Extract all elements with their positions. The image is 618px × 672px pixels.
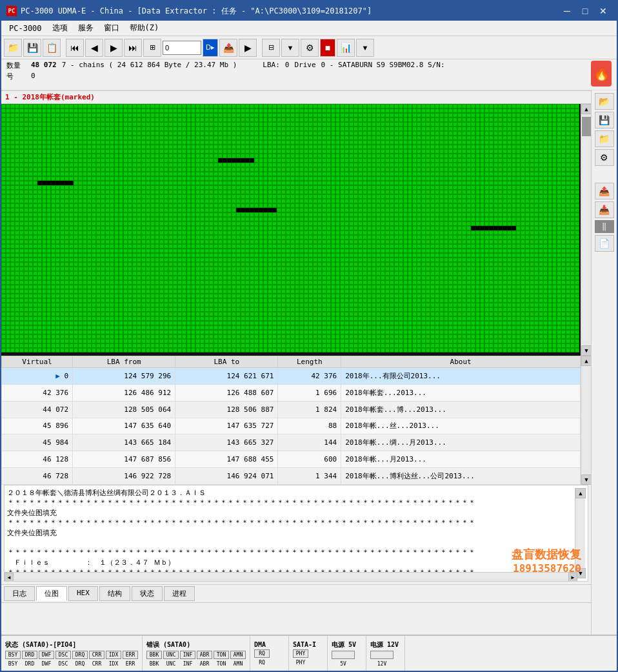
led-dsc: DSC [55, 651, 71, 659]
text-scroll-up[interactable]: ▲ [575, 488, 586, 498]
number-value: 0 [31, 72, 35, 81]
led-label-phy: PHY [293, 660, 308, 666]
text-scroll-right[interactable]: ▶ [568, 573, 577, 582]
table-scroll-down[interactable]: ▼ [581, 474, 591, 485]
power12-led-label-row: 12V [370, 660, 401, 667]
table-row[interactable]: 45 896 [2, 418, 73, 434]
table-section: Virtual LBA from LBA to Length About ▶ 0… [1, 356, 591, 485]
app-icon: PC [6, 6, 17, 16]
lba-input[interactable]: 0 [163, 41, 201, 55]
dropdown-button[interactable]: ▼ [281, 39, 299, 57]
table-cell-length: 1 824 [278, 401, 341, 418]
play-button[interactable]: ▶ [239, 39, 257, 57]
right-btn-6[interactable]: 📥 [595, 201, 614, 218]
led-label-idx: IDX [106, 661, 121, 667]
led-12v [370, 651, 394, 659]
toolbar-btn-2[interactable]: 💾 [23, 39, 41, 57]
led-dwf: DWF [39, 651, 54, 659]
stop-button[interactable]: ■ [320, 39, 335, 57]
led-phy: PHY [293, 649, 308, 658]
map-scrollbar[interactable]: ▲ ▼ [581, 104, 591, 356]
col-about: About [341, 356, 581, 368]
status-sata-i-leds: PHY PHY [293, 648, 323, 666]
right-btn-1[interactable]: 📂 [595, 93, 614, 110]
grid2-button[interactable]: ⊟ [262, 39, 280, 57]
toolbar-btn-3[interactable]: 📋 [43, 39, 61, 57]
more-button[interactable]: ▼ [356, 39, 374, 57]
led-label-dsc: DSC [55, 661, 71, 667]
right-btn-2[interactable]: 💾 [595, 112, 614, 128]
menu-options[interactable]: 选项 [47, 21, 73, 35]
stats-button[interactable]: 📊 [337, 39, 355, 57]
led-label-ton: TON [214, 661, 229, 667]
tab-structure[interactable]: 结构 [99, 586, 130, 601]
table-row[interactable]: 46 128 [2, 451, 73, 468]
nav-start-button[interactable]: ⏮ [66, 39, 84, 57]
menu-window[interactable]: 窗口 [99, 21, 125, 35]
minimize-button[interactable]: ─ [559, 5, 575, 17]
nav-prev-button[interactable]: ◀ [85, 39, 103, 57]
table-cell-lba-to: 143 665 327 [175, 434, 278, 451]
status-power12-label: 电源 12V [370, 640, 401, 649]
scroll-down-button[interactable]: ▼ [581, 345, 591, 356]
maximize-button[interactable]: □ [577, 5, 593, 17]
table-cell-lba-from: 147 687 856 [73, 451, 175, 468]
chains-info: 7 - chains ( 24 612 864 Byte / 23.47 Mb … [62, 61, 237, 70]
table-row[interactable]: ▶ 0 [2, 368, 73, 385]
table-row[interactable]: 42 376 [2, 384, 73, 401]
close-button[interactable]: ✕ [595, 5, 612, 17]
table-scroll-up[interactable]: ▲ [581, 356, 591, 366]
led-label-abr: ABR [197, 661, 212, 667]
menu-help[interactable]: 帮助(Z) [125, 21, 164, 35]
nav-next-button[interactable]: ▶ [105, 39, 123, 57]
settings-button[interactable]: ⚙ [301, 39, 319, 57]
table-cell-lba-from: 146 922 728 [73, 468, 175, 485]
toolbar-btn-1[interactable]: 📁 [4, 39, 22, 57]
table-cell-length: 1 344 [278, 468, 341, 485]
text-scroll-left[interactable]: ◀ [5, 573, 14, 582]
menu-pc3000[interactable]: PC-3000 [4, 23, 47, 34]
col-length: Length [278, 356, 341, 368]
table-row[interactable]: 44 072 [2, 401, 73, 418]
tab-bitmap[interactable]: 位图 [36, 586, 67, 601]
led-label-rq: RQ [254, 660, 270, 666]
error-led-row: BBK UNC INF ABR TON AMN [146, 651, 246, 659]
menu-service[interactable]: 服务 [73, 21, 99, 35]
right-btn-3[interactable]: 📁 [595, 130, 614, 147]
table-cell-length: 88 [278, 418, 341, 434]
status-power12-section: 电源 12V 12V [366, 636, 405, 671]
nav-end-button[interactable]: ⏭ [124, 39, 142, 57]
scroll-thumb[interactable] [582, 117, 591, 136]
status-dma-section: DMA RQ RQ [250, 636, 289, 671]
table-row[interactable]: 46 728 [2, 468, 73, 485]
led-label-drq: DRQ [72, 661, 88, 667]
grid-button[interactable]: ⊞ [143, 39, 161, 57]
right-btn-4[interactable]: ⚙ [595, 149, 614, 166]
status-power5-section: 电源 5V 5V [328, 636, 366, 671]
table-cell-about: 2018年...有限公司2013... [341, 368, 581, 385]
window-controls: ─ □ ✕ [559, 5, 612, 17]
right-btn-8[interactable]: 📄 [595, 235, 614, 252]
right-btn-5[interactable]: 📤 [595, 183, 614, 199]
status-power5-leds: 5V [332, 649, 362, 667]
table-cell-length: 1 696 [278, 384, 341, 401]
table-row[interactable]: 45 984 [2, 434, 73, 451]
export-button[interactable]: 📤 [219, 39, 237, 57]
tab-status[interactable]: 状态 [132, 586, 163, 601]
led-drd: DRD [22, 651, 37, 659]
text-hscrollbar[interactable]: ◀ ▶ [5, 572, 577, 581]
led-bbk: BBK [146, 651, 162, 659]
tab-log[interactable]: 日志 [4, 586, 35, 601]
led-bsy: BSY [5, 651, 21, 659]
status-error-section: 错误 (SATA0) BBK UNC INF ABR TON AMN BBK U… [143, 636, 250, 671]
number-label: 号 [6, 72, 26, 81]
table-scrollbar[interactable]: ▲ ▼ [581, 356, 591, 485]
table-cell-about: 2018年帐...月2013... [341, 451, 581, 468]
led-inf: INF [180, 651, 195, 659]
scroll-up-button[interactable]: ▲ [581, 104, 591, 114]
led-label-crr: CRR [89, 661, 105, 667]
go-button[interactable]: D▸ [203, 39, 218, 57]
tab-progress[interactable]: 进程 [164, 586, 195, 601]
right-btn-7[interactable]: ‖ [595, 220, 614, 233]
tab-hex[interactable]: HEX [68, 586, 98, 601]
